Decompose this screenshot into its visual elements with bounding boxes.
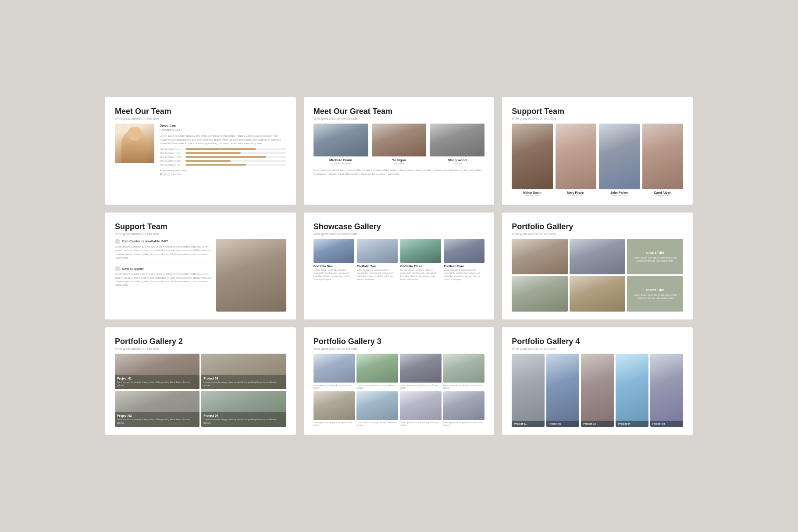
gallery-image	[444, 239, 484, 263]
gallery-item: Portfolio Two Lorem ipsum is simply dumm…	[357, 239, 398, 281]
skill-label: Skill Number Four	[160, 160, 184, 162]
project-label: Project 04	[618, 422, 646, 425]
feature-desc: Lorem ipsum is simply dummy text of the …	[115, 272, 212, 287]
support-photo	[642, 124, 683, 189]
skill-label: Skill Number Five	[160, 163, 184, 166]
portfolio-overlay: Insert Title Lorem ipsum is simply dummy…	[627, 276, 683, 312]
support-position: Position Title	[525, 194, 540, 197]
portfolio-item	[512, 276, 568, 312]
portfolio3-item: Lorem ipsum is simply dummy unknown prin…	[314, 391, 355, 427]
support-position: Position Title	[612, 194, 627, 197]
slide-portfolio-gallery3: Portfolio Gallery 3 Write great subtitle…	[304, 327, 495, 435]
project-label: Project 02	[549, 422, 577, 425]
slide-subtitle: Write great subtitles on this slide	[115, 347, 286, 350]
portfolio3-item: Lorem ipsum is simply dummy unknown prin…	[314, 354, 355, 389]
portfolio2-item: Project 03 Lorem ipsum is simply dummy t…	[201, 354, 286, 389]
support-icon	[115, 266, 120, 271]
portfolio3-item: Lorem ipsum is simply dummy unknown prin…	[443, 391, 485, 427]
person-name: Jess Leo	[160, 124, 286, 128]
portfolio-item	[512, 239, 568, 274]
portfolio-grid: Insert Title Lorem ipsum is simply dummy…	[512, 239, 683, 312]
portfolio3-image	[443, 354, 485, 382]
phone-icon	[115, 239, 120, 244]
portfolio3-image	[314, 391, 355, 420]
support-photo	[512, 124, 552, 189]
project-title: Project 02	[117, 414, 197, 417]
feature-title-text: Call Center is available 24/7	[122, 239, 168, 243]
support-member: Mary Finder Position Title	[556, 124, 596, 196]
member-name: Yu Ngan	[392, 158, 406, 162]
slide-portfolio-gallery: Portfolio Gallery Write great subtitles …	[502, 213, 693, 319]
skill-label: Skill Number Two	[160, 152, 184, 154]
gallery-item-desc: Lorem ipsum is simply dummy essentially …	[314, 269, 354, 281]
skill-item: Skill Number One	[160, 148, 286, 150]
portfolio4-item: Project 03	[581, 354, 614, 426]
member-name: Michele Brain	[329, 158, 352, 162]
overlay-desc: Lorem ipsum is simply dummy text of the …	[631, 294, 680, 300]
project-desc: Lorem ipsum is simply dummy text of the …	[203, 418, 284, 424]
team-member: Sting wood Director	[430, 124, 484, 165]
skill-item: Skill Number Three	[160, 156, 286, 158]
gallery-item-desc: Lorem ipsum is simply dummy essentially …	[357, 269, 398, 281]
portfolio-image	[512, 239, 568, 274]
slide-title: Portfolio Gallery 3	[314, 337, 485, 346]
gallery-item-desc: Lorem ipsum is simply dummy essentially …	[444, 269, 484, 281]
skill-label: Skill Number One	[160, 148, 184, 150]
phone-icon: ☎	[160, 173, 163, 176]
feature-desc: Lorem ipsum is simply dummy text of the …	[115, 245, 212, 260]
gallery-image	[400, 239, 441, 263]
gallery-grid: Portfolio One Lorem ipsum is simply dumm…	[314, 239, 485, 281]
team-office-photo	[216, 239, 286, 312]
member-title: Director	[452, 162, 462, 165]
gallery-item-title: Portfolio One	[314, 265, 354, 268]
portfolio3-desc: Lorem ipsum is simply dummy unknown prin…	[443, 421, 485, 427]
slides-grid: Meet Our Team Write great subtitles on t…	[105, 97, 693, 435]
portfolio2-item: Project 01 Lorem ipsum is simply dummy t…	[115, 354, 200, 389]
team-members: Michele Brain Graphic Designer Yu Ngan M…	[314, 124, 485, 165]
overlay-desc: Lorem ipsum is simply dummy text of the …	[631, 256, 680, 262]
portfolio4-image	[616, 354, 648, 426]
project-label: Project 01	[514, 422, 542, 425]
email-text: jess.leo@email.com	[163, 169, 187, 172]
portfolio4-image	[581, 354, 614, 426]
support-photo	[599, 124, 640, 189]
portfolio-item-overlay: Insert Title Lorem ipsum is simply dummy…	[627, 276, 683, 312]
gallery-item-title: Portfolio Four	[444, 265, 484, 268]
member-title: Marketer	[394, 162, 404, 165]
portfolio3-item: Lorem ipsum is simply dummy unknown prin…	[443, 354, 485, 389]
slide-subtitle: Write great subtitles on this slide	[314, 117, 485, 120]
slide-title: Portfolio Gallery 2	[115, 337, 286, 346]
member-title: Graphic Designer	[331, 162, 351, 165]
portfolio3-desc: Lorem ipsum is simply dummy unknown prin…	[314, 421, 355, 427]
support-position: Position Title	[655, 194, 670, 197]
portfolio-image	[512, 276, 568, 312]
gallery-image	[314, 239, 354, 263]
gallery-item: Portfolio One Lorem ipsum is simply dumm…	[314, 239, 354, 281]
slide-title: Showcase Gallery	[314, 222, 485, 231]
slide-title: Portfolio Gallery 4	[512, 337, 683, 346]
portfolio3-item: Lorem ipsum is simply dummy unknown prin…	[400, 354, 442, 389]
member-photo	[430, 124, 484, 156]
portfolio3-item: Lorem ipsum is simply dummy unknown prin…	[400, 391, 442, 427]
support-position: Position Title	[568, 194, 583, 197]
support-photo	[556, 124, 596, 189]
portfolio3-image	[314, 354, 355, 382]
slide-great-team: Meet Our Great Team Write great subtitle…	[304, 97, 495, 205]
portfolio-item	[570, 276, 626, 312]
portfolio4-item: Project 04	[616, 354, 648, 426]
support-name: Carol Albert	[654, 191, 672, 194]
project-desc: Lorem ipsum is simply dummy text of the …	[117, 418, 197, 424]
project-label: Project 03	[583, 422, 612, 425]
portfolio3-image	[400, 391, 442, 420]
overlay-title: Insert Title	[646, 288, 664, 292]
slide-support-features: Support Team Write great subtitles on th…	[105, 213, 296, 319]
project-title: Project 01	[117, 377, 197, 380]
project-desc: Lorem ipsum is simply dummy text of the …	[203, 381, 284, 387]
slide-title: Meet Our Team	[115, 107, 286, 116]
skills-list: Skill Number One Skill Number Two Skill …	[160, 148, 286, 166]
person-role: Founder & CEO	[160, 128, 286, 131]
slide-title: Meet Our Great Team	[314, 107, 485, 116]
project-title: Project 04	[203, 414, 284, 417]
portfolio4-item: Project 05	[650, 354, 683, 426]
skill-item: Skill Number Four	[160, 160, 286, 162]
